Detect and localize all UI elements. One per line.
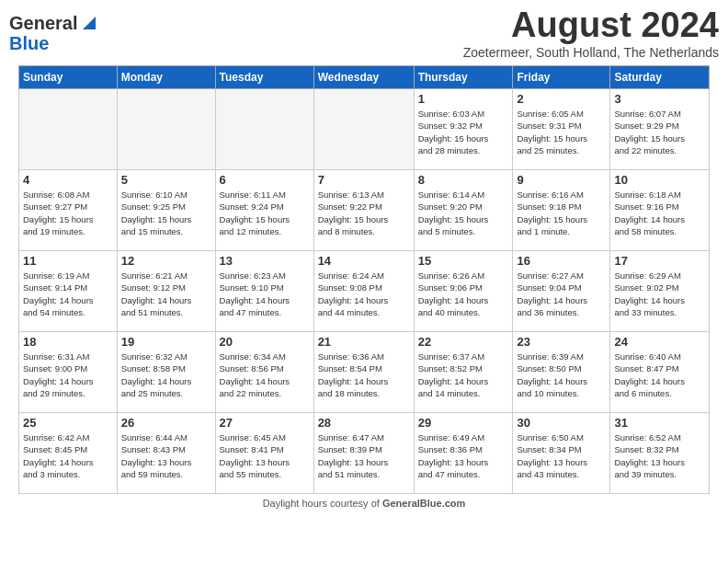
title-block: August 2024 Zoetermeer, South Holland, T… — [463, 6, 719, 60]
day-info: Sunrise: 6:29 AM Sunset: 9:02 PM Dayligh… — [614, 270, 705, 318]
calendar-cell: 16Sunrise: 6:27 AM Sunset: 9:04 PM Dayli… — [513, 251, 610, 332]
calendar-cell: 21Sunrise: 6:36 AM Sunset: 8:54 PM Dayli… — [313, 332, 414, 413]
calendar-cell: 30Sunrise: 6:50 AM Sunset: 8:34 PM Dayli… — [513, 413, 610, 494]
day-info: Sunrise: 6:42 AM Sunset: 8:45 PM Dayligh… — [23, 431, 113, 480]
day-number: 4 — [23, 173, 113, 187]
calendar-cell: 2Sunrise: 6:05 AM Sunset: 9:31 PM Daylig… — [513, 89, 610, 170]
day-info: Sunrise: 6:10 AM Sunset: 9:25 PM Dayligh… — [121, 189, 211, 237]
day-number: 14 — [318, 254, 410, 268]
calendar-cell: 11Sunrise: 6:19 AM Sunset: 9:14 PM Dayli… — [19, 251, 118, 332]
calendar-cell — [117, 89, 215, 170]
logo-line1: General — [9, 13, 99, 33]
day-info: Sunrise: 6:27 AM Sunset: 9:04 PM Dayligh… — [517, 270, 606, 318]
day-number: 19 — [121, 335, 211, 349]
day-info: Sunrise: 6:11 AM Sunset: 9:24 PM Dayligh… — [220, 189, 310, 237]
day-info: Sunrise: 6:31 AM Sunset: 9:00 PM Dayligh… — [23, 350, 113, 399]
day-number: 5 — [121, 173, 211, 187]
day-info: Sunrise: 6:34 AM Sunset: 8:56 PM Dayligh… — [220, 350, 310, 399]
day-info: Sunrise: 6:49 AM Sunset: 8:36 PM Dayligh… — [418, 431, 509, 480]
calendar-cell: 15Sunrise: 6:26 AM Sunset: 9:06 PM Dayli… — [414, 251, 513, 332]
logo-line2: Blue — [9, 33, 99, 53]
day-info: Sunrise: 6:23 AM Sunset: 9:10 PM Dayligh… — [220, 270, 310, 318]
day-number: 17 — [614, 254, 705, 268]
day-info: Sunrise: 6:47 AM Sunset: 8:39 PM Dayligh… — [318, 431, 410, 480]
calendar-cell: 19Sunrise: 6:32 AM Sunset: 8:58 PM Dayli… — [117, 332, 215, 413]
logo-icon — [79, 13, 99, 33]
day-number: 7 — [318, 173, 410, 187]
day-info: Sunrise: 6:44 AM Sunset: 8:43 PM Dayligh… — [121, 431, 211, 480]
weekday-header: Friday — [513, 66, 610, 89]
day-info: Sunrise: 6:50 AM Sunset: 8:34 PM Dayligh… — [517, 431, 606, 480]
day-info: Sunrise: 6:07 AM Sunset: 9:29 PM Dayligh… — [614, 108, 705, 156]
day-number: 22 — [418, 335, 509, 349]
calendar-cell: 24Sunrise: 6:40 AM Sunset: 8:47 PM Dayli… — [610, 332, 710, 413]
day-number: 18 — [23, 335, 113, 349]
day-number: 21 — [318, 335, 410, 349]
day-number: 16 — [517, 254, 606, 268]
weekday-header: Thursday — [414, 66, 513, 89]
day-info: Sunrise: 6:40 AM Sunset: 8:47 PM Dayligh… — [614, 350, 705, 399]
day-info: Sunrise: 6:13 AM Sunset: 9:22 PM Dayligh… — [318, 189, 410, 237]
calendar-cell: 26Sunrise: 6:44 AM Sunset: 8:43 PM Dayli… — [117, 413, 215, 494]
day-number: 26 — [121, 416, 211, 430]
day-info: Sunrise: 6:21 AM Sunset: 9:12 PM Dayligh… — [121, 270, 211, 318]
calendar-cell: 3Sunrise: 6:07 AM Sunset: 9:29 PM Daylig… — [610, 89, 710, 170]
calendar-cell: 18Sunrise: 6:31 AM Sunset: 9:00 PM Dayli… — [19, 332, 118, 413]
day-number: 3 — [614, 92, 705, 106]
calendar-cell: 29Sunrise: 6:49 AM Sunset: 8:36 PM Dayli… — [414, 413, 513, 494]
day-number: 24 — [614, 335, 705, 349]
weekday-header: Monday — [117, 66, 215, 89]
calendar-cell: 28Sunrise: 6:47 AM Sunset: 8:39 PM Dayli… — [313, 413, 414, 494]
calendar-cell: 25Sunrise: 6:42 AM Sunset: 8:45 PM Dayli… — [19, 413, 118, 494]
day-info: Sunrise: 6:08 AM Sunset: 9:27 PM Dayligh… — [23, 189, 113, 237]
calendar-cell: 20Sunrise: 6:34 AM Sunset: 8:56 PM Dayli… — [215, 332, 313, 413]
calendar-week-row: 4Sunrise: 6:08 AM Sunset: 9:27 PM Daylig… — [19, 170, 710, 251]
day-number: 1 — [418, 92, 509, 106]
day-info: Sunrise: 6:26 AM Sunset: 9:06 PM Dayligh… — [418, 270, 509, 318]
calendar-cell: 22Sunrise: 6:37 AM Sunset: 8:52 PM Dayli… — [414, 332, 513, 413]
month-year: August 2024 — [463, 6, 719, 45]
day-number: 28 — [318, 416, 410, 430]
calendar-cell: 12Sunrise: 6:21 AM Sunset: 9:12 PM Dayli… — [117, 251, 215, 332]
calendar-cell: 31Sunrise: 6:52 AM Sunset: 8:32 PM Dayli… — [610, 413, 710, 494]
calendar-cell: 14Sunrise: 6:24 AM Sunset: 9:08 PM Dayli… — [313, 251, 414, 332]
footer: Daylight hours courtesy of GeneralBlue.c… — [9, 498, 719, 509]
calendar-cell: 9Sunrise: 6:16 AM Sunset: 9:18 PM Daylig… — [513, 170, 610, 251]
calendar-cell: 6Sunrise: 6:11 AM Sunset: 9:24 PM Daylig… — [215, 170, 313, 251]
day-info: Sunrise: 6:52 AM Sunset: 8:32 PM Dayligh… — [614, 431, 705, 480]
day-number: 15 — [418, 254, 509, 268]
day-number: 6 — [220, 173, 310, 187]
weekday-header: Wednesday — [313, 66, 414, 89]
calendar-table: SundayMondayTuesdayWednesdayThursdayFrid… — [18, 65, 710, 494]
calendar-week-row: 1Sunrise: 6:03 AM Sunset: 9:32 PM Daylig… — [19, 89, 710, 170]
location: Zoetermeer, South Holland, The Netherlan… — [463, 45, 719, 60]
day-number: 9 — [517, 173, 606, 187]
day-number: 25 — [23, 416, 113, 430]
day-info: Sunrise: 6:37 AM Sunset: 8:52 PM Dayligh… — [418, 350, 509, 399]
day-number: 2 — [517, 92, 606, 106]
day-info: Sunrise: 6:45 AM Sunset: 8:41 PM Dayligh… — [220, 431, 310, 480]
weekday-header-row: SundayMondayTuesdayWednesdayThursdayFrid… — [19, 66, 710, 89]
calendar-cell: 27Sunrise: 6:45 AM Sunset: 8:41 PM Dayli… — [215, 413, 313, 494]
calendar-week-row: 11Sunrise: 6:19 AM Sunset: 9:14 PM Dayli… — [19, 251, 710, 332]
calendar-cell — [215, 89, 313, 170]
day-number: 10 — [614, 173, 705, 187]
day-info: Sunrise: 6:14 AM Sunset: 9:20 PM Dayligh… — [418, 189, 509, 237]
header: General Blue August 2024 Zoetermeer, Sou… — [9, 6, 719, 60]
calendar-cell: 13Sunrise: 6:23 AM Sunset: 9:10 PM Dayli… — [215, 251, 313, 332]
weekday-header: Saturday — [610, 66, 710, 89]
weekday-header: Tuesday — [215, 66, 313, 89]
calendar-cell: 10Sunrise: 6:18 AM Sunset: 9:16 PM Dayli… — [610, 170, 710, 251]
weekday-header: Sunday — [19, 66, 118, 89]
day-number: 27 — [220, 416, 310, 430]
calendar-cell: 17Sunrise: 6:29 AM Sunset: 9:02 PM Dayli… — [610, 251, 710, 332]
calendar-cell — [313, 89, 414, 170]
day-info: Sunrise: 6:39 AM Sunset: 8:50 PM Dayligh… — [517, 350, 606, 399]
calendar-cell — [19, 89, 118, 170]
footer-url: courtesy of GeneralBlue.com — [330, 498, 465, 509]
calendar-week-row: 25Sunrise: 6:42 AM Sunset: 8:45 PM Dayli… — [19, 413, 710, 494]
day-number: 30 — [517, 416, 606, 430]
calendar-week-row: 18Sunrise: 6:31 AM Sunset: 9:00 PM Dayli… — [19, 332, 710, 413]
calendar-cell: 1Sunrise: 6:03 AM Sunset: 9:32 PM Daylig… — [414, 89, 513, 170]
day-info: Sunrise: 6:16 AM Sunset: 9:18 PM Dayligh… — [517, 189, 606, 237]
